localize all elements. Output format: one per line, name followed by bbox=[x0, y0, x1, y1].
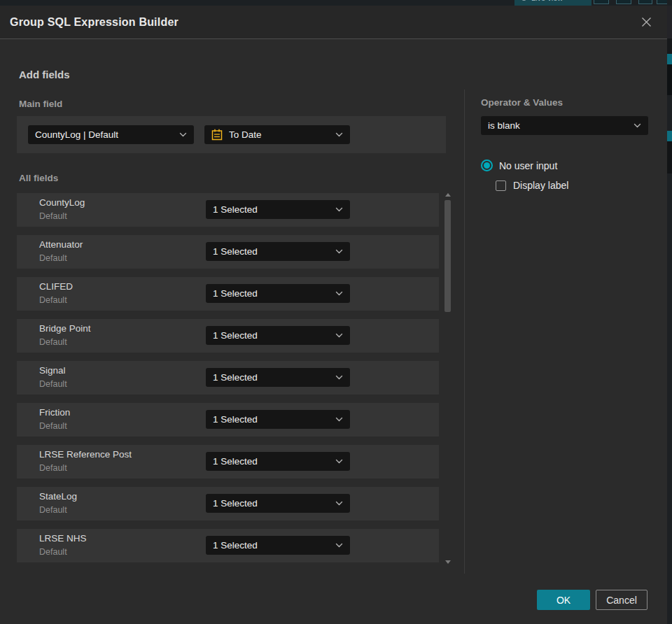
chevron-down-icon bbox=[335, 132, 343, 137]
all-fields-heading: All fields bbox=[19, 173, 58, 183]
scrollbar-thumb[interactable] bbox=[444, 200, 451, 312]
chevron-down-icon bbox=[335, 291, 343, 296]
field-selection-select[interactable]: 1 Selected bbox=[206, 326, 350, 345]
radio-selected-icon[interactable] bbox=[481, 159, 493, 171]
chevron-down-icon bbox=[335, 207, 343, 212]
field-name: CLIFED bbox=[39, 281, 73, 292]
display-label-option[interactable]: Display label bbox=[496, 180, 568, 191]
background-toolbar-button[interactable] bbox=[616, 0, 631, 4]
field-selection-select[interactable]: 1 Selected bbox=[206, 368, 350, 387]
field-row: Attenuator Default 1 Selected bbox=[17, 235, 439, 269]
close-icon bbox=[640, 16, 652, 28]
field-row: CountyLog Default 1 Selected bbox=[17, 193, 439, 227]
background-toolbar-button[interactable] bbox=[638, 0, 652, 4]
field-row: StateLog Default 1 Selected bbox=[17, 487, 439, 520]
right-strip-segment bbox=[667, 6, 672, 38]
all-fields-scrollbar[interactable] bbox=[444, 193, 452, 565]
group-sql-expression-builder-dialog: Group SQL Expression Builder Add fields … bbox=[0, 6, 667, 624]
live-view-button[interactable]: Live view bbox=[514, 0, 592, 6]
date-field-icon bbox=[211, 129, 223, 141]
chevron-down-icon bbox=[335, 333, 343, 338]
right-strip-segment bbox=[667, 64, 672, 95]
background-app-right-strip bbox=[667, 6, 672, 624]
ok-button[interactable]: OK bbox=[537, 590, 590, 610]
background-app-top-strip: Live view bbox=[0, 0, 667, 6]
field-selection-select[interactable]: 1 Selected bbox=[206, 494, 350, 513]
background-toolbar-button[interactable] bbox=[657, 0, 667, 4]
field-type: Default bbox=[39, 505, 67, 515]
main-field-select[interactable]: CountyLog | Default bbox=[28, 125, 194, 144]
field-name: Signal bbox=[39, 365, 66, 376]
right-strip-segment bbox=[667, 141, 672, 173]
right-strip-segment bbox=[667, 38, 672, 54]
field-selection-select[interactable]: 1 Selected bbox=[206, 536, 350, 555]
field-name: CountyLog bbox=[39, 197, 85, 208]
main-field-date-value: To Date bbox=[229, 129, 330, 140]
field-type: Default bbox=[39, 547, 67, 557]
field-row: Signal Default 1 Selected bbox=[17, 361, 439, 395]
panel-divider bbox=[464, 90, 465, 574]
field-row: Friction Default 1 Selected bbox=[17, 403, 439, 437]
field-type: Default bbox=[39, 295, 67, 305]
field-selection-select[interactable]: 1 Selected bbox=[206, 284, 350, 303]
operator-values-heading: Operator & Values bbox=[481, 97, 563, 108]
field-selection-value: 1 Selected bbox=[213, 540, 330, 551]
live-view-dot-icon bbox=[522, 0, 526, 1]
field-selection-value: 1 Selected bbox=[213, 288, 330, 299]
chevron-down-icon bbox=[335, 501, 343, 506]
field-selection-value: 1 Selected bbox=[213, 414, 330, 425]
dialog-header: Group SQL Expression Builder bbox=[0, 6, 667, 39]
background-toolbar-button[interactable] bbox=[594, 0, 609, 4]
field-row: CLIFED Default 1 Selected bbox=[17, 277, 439, 311]
chevron-down-icon bbox=[335, 543, 343, 548]
scrollbar-down-arrow-icon[interactable] bbox=[445, 560, 451, 564]
field-selection-value: 1 Selected bbox=[213, 330, 330, 341]
no-user-input-option[interactable]: No user input bbox=[481, 159, 557, 171]
field-selection-value: 1 Selected bbox=[213, 456, 330, 467]
field-type: Default bbox=[39, 379, 67, 389]
operator-select[interactable]: is blank bbox=[481, 116, 648, 135]
display-label-label[interactable]: Display label bbox=[513, 180, 568, 191]
chevron-down-icon bbox=[335, 375, 343, 380]
checkbox-unchecked-icon[interactable] bbox=[496, 180, 506, 191]
field-selection-value: 1 Selected bbox=[213, 246, 330, 257]
main-field-date-select[interactable]: To Date bbox=[204, 125, 350, 144]
field-type: Default bbox=[39, 463, 67, 473]
no-user-input-label[interactable]: No user input bbox=[499, 160, 557, 171]
field-name: StateLog bbox=[39, 491, 77, 502]
field-selection-select[interactable]: 1 Selected bbox=[206, 410, 350, 429]
field-selection-select[interactable]: 1 Selected bbox=[206, 200, 350, 219]
close-button[interactable] bbox=[638, 14, 654, 31]
chevron-down-icon bbox=[335, 459, 343, 464]
chevron-down-icon bbox=[179, 132, 187, 137]
live-view-label: Live view bbox=[531, 0, 563, 2]
add-fields-heading: Add fields bbox=[19, 69, 70, 80]
main-field-select-value: CountyLog | Default bbox=[35, 129, 174, 140]
field-type: Default bbox=[39, 421, 67, 431]
right-strip-segment bbox=[667, 54, 672, 64]
screen: Live view Group SQL Expression Builder A… bbox=[0, 0, 672, 624]
right-strip-segment bbox=[667, 131, 672, 141]
field-name: Friction bbox=[39, 407, 70, 418]
field-type: Default bbox=[39, 211, 67, 221]
field-row: Bridge Point Default 1 Selected bbox=[17, 319, 439, 353]
field-name: Attenuator bbox=[39, 239, 83, 250]
field-selection-select[interactable]: 1 Selected bbox=[206, 242, 350, 261]
field-type: Default bbox=[39, 337, 67, 347]
field-selection-select[interactable]: 1 Selected bbox=[206, 452, 350, 471]
chevron-down-icon bbox=[634, 123, 641, 128]
chevron-down-icon bbox=[335, 417, 343, 422]
field-selection-value: 1 Selected bbox=[213, 204, 330, 215]
main-field-strip: CountyLog | Default To Date bbox=[17, 116, 446, 153]
field-selection-value: 1 Selected bbox=[213, 498, 330, 509]
main-field-heading: Main field bbox=[19, 99, 62, 109]
scrollbar-up-arrow-icon[interactable] bbox=[445, 193, 451, 197]
chevron-down-icon bbox=[335, 249, 343, 254]
field-row: LRSE Reference Post Default 1 Selected bbox=[17, 445, 439, 478]
field-row: LRSE NHS Default 1 Selected bbox=[17, 529, 439, 562]
field-name: Bridge Point bbox=[39, 323, 91, 334]
field-selection-value: 1 Selected bbox=[213, 372, 330, 383]
cancel-button[interactable]: Cancel bbox=[596, 590, 648, 610]
dialog-title: Group SQL Expression Builder bbox=[10, 16, 178, 29]
field-type: Default bbox=[39, 253, 67, 263]
